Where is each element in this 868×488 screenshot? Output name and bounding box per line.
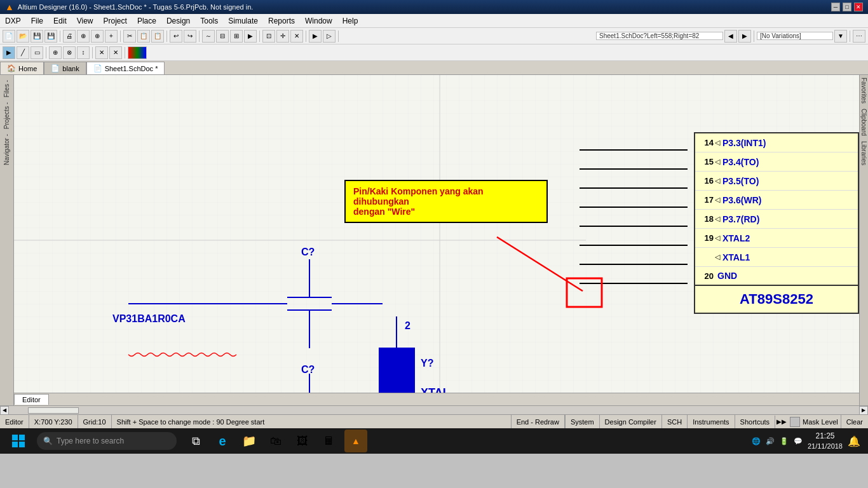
status-expand[interactable]: ▶▶ bbox=[775, 416, 787, 428]
tb2-btn2[interactable]: ▭ bbox=[31, 46, 43, 59]
tb-redo[interactable]: ↪ bbox=[184, 30, 196, 43]
status-system[interactable]: System bbox=[565, 415, 599, 428]
menu-design[interactable]: Design bbox=[161, 14, 195, 27]
status-shortcuts[interactable]: Shortcuts bbox=[735, 415, 775, 428]
tb-extra[interactable]: ⋯ bbox=[853, 30, 865, 43]
tb-bus[interactable]: ⊟ bbox=[216, 30, 229, 43]
taskbar-store[interactable]: 🛍 bbox=[264, 430, 287, 452]
editor-tab[interactable]: Editor bbox=[14, 394, 49, 405]
taskbar-calculator[interactable]: 🖩 bbox=[318, 430, 341, 452]
tb-move[interactable]: ✛ bbox=[276, 30, 289, 43]
tb-sel[interactable]: ⊡ bbox=[262, 30, 275, 43]
tb-zoom-sel[interactable]: ⊕ bbox=[91, 30, 104, 43]
main-area: Files - Projects - Navigator - bbox=[0, 75, 868, 405]
taskbar-right: 🌐 🔊 🔋 💬 21:25 21/11/2018 🔔 bbox=[752, 431, 865, 451]
tb-nav-fwd[interactable]: ▶ bbox=[738, 30, 751, 43]
tb2-delx[interactable]: ✕ bbox=[109, 46, 122, 59]
start-button[interactable] bbox=[3, 430, 34, 452]
status-clear[interactable]: Clear bbox=[841, 415, 868, 428]
status-design-compiler[interactable]: Design Compiler bbox=[599, 415, 661, 428]
sidebar-navigator[interactable]: Navigator - bbox=[3, 132, 10, 168]
panel-libraries[interactable]: Libraries bbox=[860, 139, 867, 168]
minimize-button[interactable]: ─ bbox=[831, 3, 840, 11]
hscroll-track[interactable] bbox=[9, 407, 859, 414]
menu-project[interactable]: Project bbox=[98, 14, 132, 27]
tb2-btn5[interactable]: ↕ bbox=[77, 46, 90, 59]
tb-compile[interactable]: ▶ bbox=[309, 30, 322, 43]
tb-var-down[interactable]: ▼ bbox=[834, 30, 847, 43]
tb-undo[interactable]: ↩ bbox=[170, 30, 182, 43]
sidebar-files[interactable]: Files - bbox=[3, 78, 10, 100]
taskbar-photos[interactable]: 🖼 bbox=[291, 430, 314, 452]
tb2-btn3[interactable]: ⊕ bbox=[49, 46, 62, 59]
menu-view[interactable]: View bbox=[72, 14, 98, 27]
chip-block: 14 ◁ P3.3(INT1) 15 ◁ P3.4(TO) 16 ◁ P3.5(… bbox=[694, 132, 859, 314]
taskbar-task-view[interactable]: ⧉ bbox=[184, 430, 207, 452]
status-coords: X:700 Y:230 bbox=[29, 415, 78, 428]
pin-row-15: 15 ◁ P3.4(TO) bbox=[695, 152, 858, 172]
menu-reports[interactable]: Reports bbox=[263, 14, 300, 27]
maximize-button[interactable]: □ bbox=[843, 3, 851, 11]
tb-port[interactable]: ▶ bbox=[244, 30, 257, 43]
tb-zoom-in[interactable]: + bbox=[105, 30, 118, 43]
menu-window[interactable]: Window bbox=[300, 14, 337, 27]
menu-tools[interactable]: Tools bbox=[195, 14, 223, 27]
tb-copy[interactable]: 📋 bbox=[137, 30, 150, 43]
hscroll-left[interactable]: ◀ bbox=[0, 406, 9, 415]
status-sch[interactable]: SCH bbox=[661, 415, 687, 428]
hscroll-thumb[interactable] bbox=[28, 407, 79, 414]
tb-new[interactable]: 📄 bbox=[3, 30, 15, 43]
menu-simulate[interactable]: Simulate bbox=[223, 14, 263, 27]
tb-wire[interactable]: ～ bbox=[202, 30, 215, 43]
taskbar-file-explorer[interactable]: 📁 bbox=[238, 430, 261, 452]
time-display: 21:25 bbox=[808, 431, 843, 442]
tab-blank[interactable]: 📄 blank bbox=[44, 62, 86, 74]
tb2-color[interactable] bbox=[128, 46, 147, 59]
pin-17-arrow: ◁ bbox=[715, 196, 720, 204]
app-icon: ▲ bbox=[5, 2, 14, 12]
tb-open[interactable]: 📂 bbox=[17, 30, 29, 43]
tb2-btn1[interactable]: ╱ bbox=[17, 46, 29, 59]
tab-sheet1[interactable]: 📄 Sheet1.SchDoc * bbox=[86, 62, 165, 74]
location-display: Sheet1.SchDoc?Left=558;Right=82 bbox=[596, 32, 723, 40]
menu-file[interactable]: File bbox=[26, 14, 48, 27]
taskbar-altium[interactable]: ▲ bbox=[344, 430, 367, 452]
menu-help[interactable]: Help bbox=[337, 14, 363, 27]
menu-edit[interactable]: Edit bbox=[48, 14, 72, 27]
tb-nav-back[interactable]: ◀ bbox=[724, 30, 737, 43]
hscrollbar: ◀ ▶ bbox=[0, 405, 868, 414]
pin-18-name: P3.7(RD) bbox=[722, 214, 759, 224]
panel-favorites[interactable]: Favorites bbox=[860, 75, 867, 106]
tb2-btn4[interactable]: ⊗ bbox=[63, 46, 76, 59]
pin-16-arrow: ◁ bbox=[715, 177, 720, 185]
status-instruments[interactable]: Instruments bbox=[687, 415, 734, 428]
tb-zoom-fit[interactable]: ⊕ bbox=[77, 30, 90, 43]
tb2-del[interactable]: ✕ bbox=[95, 46, 108, 59]
taskbar-search-box[interactable]: 🔍 Type here to search bbox=[37, 432, 177, 450]
close-button[interactable]: ✕ bbox=[854, 3, 863, 11]
notification-button[interactable]: 🔔 bbox=[848, 435, 860, 447]
action-center-icon[interactable]: 💬 bbox=[794, 437, 803, 445]
crystal-label: Y? bbox=[421, 358, 433, 369]
tb-run[interactable]: ▷ bbox=[323, 30, 336, 43]
tb2-mode[interactable]: ▶ bbox=[3, 46, 15, 59]
pin-14-name: P3.3(INT1) bbox=[722, 138, 766, 148]
taskbar-edge[interactable]: e bbox=[211, 430, 234, 452]
tb-print[interactable]: 🖨 bbox=[63, 30, 76, 43]
taskbar: 🔍 Type here to search ⧉ e 📁 🛍 🖼 🖩 ▲ 🌐 🔊 … bbox=[0, 428, 868, 454]
hscroll-right[interactable]: ▶ bbox=[859, 406, 868, 415]
tab-bar: 🏠 Home 📄 blank 📄 Sheet1.SchDoc * bbox=[0, 61, 868, 75]
tb-comp[interactable]: ⊞ bbox=[230, 30, 243, 43]
tb-cut[interactable]: ✂ bbox=[123, 30, 136, 43]
tb-paste[interactable]: 📋 bbox=[151, 30, 164, 43]
tb-save[interactable]: 💾 bbox=[31, 30, 43, 43]
left-sidebar: Files - Projects - Navigator - bbox=[0, 75, 14, 405]
menu-place[interactable]: Place bbox=[132, 14, 161, 27]
tab-home[interactable]: 🏠 Home bbox=[0, 62, 44, 74]
menu-dxp[interactable]: DXP bbox=[0, 14, 26, 27]
panel-clipboard[interactable]: Clipboard bbox=[860, 106, 867, 139]
status-editor-tab[interactable]: Editor bbox=[0, 415, 29, 428]
tb-save-all[interactable]: 💾 bbox=[44, 30, 57, 43]
tb-del[interactable]: ✕ bbox=[290, 30, 303, 43]
sidebar-projects[interactable]: Projects - bbox=[3, 100, 10, 132]
